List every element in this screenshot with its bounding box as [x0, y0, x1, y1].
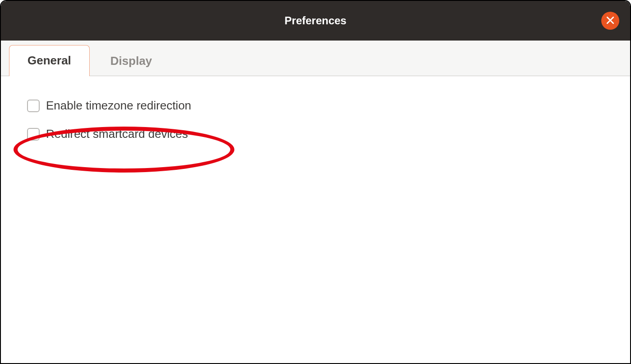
checkbox[interactable] — [27, 128, 40, 141]
close-icon — [606, 16, 614, 26]
checkbox-label[interactable]: Enable timezone redirection — [46, 99, 191, 113]
checkbox-label[interactable]: Redirect smartcard devices — [46, 127, 188, 141]
tab-bar: General Display — [1, 41, 630, 76]
option-redirect-smartcard-devices[interactable]: Redirect smartcard devices — [27, 127, 604, 141]
tab-display[interactable]: Display — [91, 45, 171, 76]
tab-label: Display — [110, 54, 152, 68]
close-button[interactable] — [601, 12, 619, 30]
preferences-window: Preferences General Display Enable timez… — [0, 0, 631, 364]
tab-label: General — [27, 54, 71, 67]
tab-general[interactable]: General — [9, 45, 90, 76]
checkbox[interactable] — [27, 100, 40, 112]
option-enable-timezone-redirection[interactable]: Enable timezone redirection — [27, 99, 604, 113]
window-title: Preferences — [284, 14, 346, 27]
content-area: Enable timezone redirection Redirect sma… — [1, 76, 630, 363]
titlebar: Preferences — [1, 1, 630, 41]
